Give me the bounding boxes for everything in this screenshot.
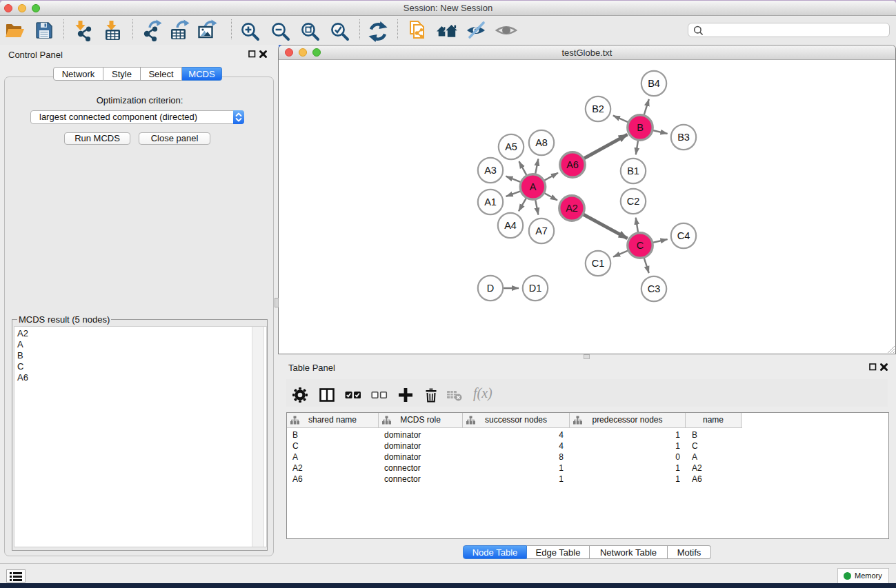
- svg-text:B2: B2: [592, 103, 604, 114]
- svg-text:A7: A7: [535, 225, 548, 236]
- svg-text:C: C: [637, 240, 644, 251]
- svg-text:B4: B4: [648, 78, 660, 89]
- svg-text:A5: A5: [505, 141, 517, 152]
- svg-text:B1: B1: [627, 165, 639, 176]
- svg-text:C1: C1: [592, 258, 605, 269]
- svg-text:C2: C2: [627, 196, 640, 207]
- svg-text:C3: C3: [648, 283, 661, 294]
- svg-text:A8: A8: [535, 137, 548, 148]
- svg-text:A1: A1: [484, 196, 497, 207]
- svg-text:A4: A4: [504, 220, 517, 231]
- svg-text:A6: A6: [566, 159, 579, 170]
- svg-text:B3: B3: [677, 132, 690, 143]
- svg-text:A3: A3: [484, 165, 497, 176]
- svg-text:B: B: [637, 122, 644, 133]
- svg-text:C4: C4: [677, 230, 690, 241]
- svg-text:A2: A2: [566, 203, 578, 214]
- svg-text:D1: D1: [529, 283, 542, 294]
- svg-text:A: A: [530, 181, 537, 192]
- svg-text:D: D: [487, 283, 494, 294]
